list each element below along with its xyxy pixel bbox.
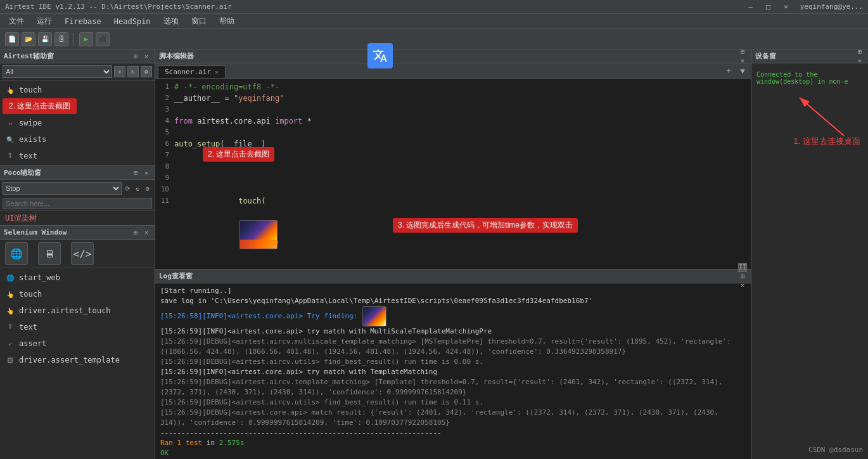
exists-label: exists	[19, 135, 46, 144]
selenium-close-btn[interactable]: ✕	[142, 228, 151, 237]
code-line-5: 5	[155, 127, 751, 138]
menu-firebase[interactable]: Firebase	[58, 16, 108, 27]
tab-close-btn[interactable]: ✕	[215, 68, 219, 75]
airtest-refresh-btn[interactable]: ↻	[127, 66, 139, 77]
code-content: 1 # -*- encoding=utf8 -*- 2 __author__ =…	[155, 79, 751, 209]
sel-text-label: text	[19, 323, 37, 332]
tab-bar: Scanner.air ✕ + ▼	[155, 63, 751, 79]
code-line-4: 4 from airtest.core.api import *	[155, 115, 751, 127]
airtest-add-btn[interactable]: +	[114, 66, 125, 77]
device-float-btn[interactable]: ⊞	[855, 48, 864, 56]
selenium-item-driver-assert[interactable]: 🖼 driver.assert_template	[0, 352, 155, 368]
log-line-1: [Start running..]	[160, 286, 746, 296]
menu-window[interactable]: 窗口	[185, 15, 213, 28]
airtest-panel: Airtest辅助窗 ⊞ ✕ All + ↻ ⚙ 👆	[0, 49, 155, 166]
tab-add-btn[interactable]: +	[723, 65, 734, 77]
selenium-item-text[interactable]: T text	[0, 319, 155, 335]
menu-file[interactable]: 文件	[3, 15, 30, 28]
poco-tree-item[interactable]: UI渲染树	[0, 211, 155, 225]
airtest-selector: All + ↻ ⚙	[0, 63, 155, 81]
driver-touch-icon: 👆	[5, 306, 15, 316]
airtest-item-swipe[interactable]: ↔ swipe	[0, 115, 155, 131]
start-web-icon: 🌐	[5, 273, 15, 283]
airtest-list: 👆 touch 2. 这里点击去截图 ⏱ wait ↔ swipe	[0, 81, 155, 165]
menu-help[interactable]: 帮助	[213, 15, 241, 28]
poco-close-btn[interactable]: ✕	[142, 169, 151, 178]
menu-options[interactable]: 选项	[157, 15, 185, 28]
log-line-6: [15:26:59][DEBUG]<airtest.aircv.utils> f…	[160, 357, 746, 367]
right-panel: 设备窗 ⊞ ✕ Connected to the window(desktop)…	[751, 49, 868, 459]
log-float-btn[interactable]: ⊞	[738, 272, 747, 281]
log-line-10: [15:26:59][DEBUG]<airtest.core.api> matc…	[160, 408, 746, 428]
save-button[interactable]: 💾	[38, 32, 52, 46]
close-btn[interactable]: ✕	[777, 0, 795, 14]
selenium-touch-icon: 👆	[5, 289, 15, 299]
editor-float-btn[interactable]: ⊞	[738, 48, 747, 56]
new-button[interactable]: 📄	[5, 32, 19, 46]
run-button[interactable]: ▶	[79, 32, 93, 46]
tab-label: Scanner.air	[165, 68, 211, 76]
tab-menu-btn[interactable]: ▼	[737, 65, 748, 77]
code-area[interactable]: 1 # -*- encoding=utf8 -*- 2 __author__ =…	[155, 79, 751, 269]
left-panel: Airtest辅助窗 ⊞ ✕ All + ↻ ⚙ 👆	[0, 49, 155, 459]
touch-label: touch	[19, 86, 42, 94]
translate-button[interactable]	[367, 43, 393, 68]
open-button[interactable]: 📂	[22, 32, 35, 46]
selenium-item-assert[interactable]: ✓ assert	[0, 335, 155, 352]
selenium-item-driver-touch[interactable]: 👆 driver.airtest_touch	[0, 302, 155, 319]
selenium-monitor-btn[interactable]: 🖥	[38, 242, 61, 265]
log-title: Log查看窗	[159, 271, 738, 281]
text-label: text	[19, 152, 37, 160]
tab-scanner[interactable]: Scanner.air ✕	[158, 65, 226, 78]
save-all-button[interactable]: 🗄	[54, 32, 68, 46]
touch-icon: 👆	[5, 85, 15, 95]
selenium-icon-bar: 🌐 🖥 </>	[0, 240, 155, 268]
airtest-close-btn[interactable]: ✕	[142, 52, 151, 61]
driver-touch-label: driver.airtest_touch	[19, 306, 111, 315]
poco-stop-select[interactable]: Stop	[3, 182, 122, 195]
editor-title: 脚本编辑器	[159, 51, 738, 61]
log-panel: Log查看窗 II ⊞ ✕ [Start running..] save log…	[155, 269, 751, 459]
start-web-label: start_web	[19, 273, 60, 282]
poco-refresh-btn[interactable]: ↻	[133, 184, 142, 193]
airtest-filter-select[interactable]: All	[3, 65, 112, 78]
log-line-2: save log in 'C:\Users\yeqinfang\AppData\…	[160, 296, 746, 306]
poco-float-btn[interactable]: ⊞	[131, 169, 140, 178]
main-layout: Airtest辅助窗 ⊞ ✕ All + ↻ ⚙ 👆	[0, 49, 868, 459]
device-header: 设备窗 ⊞ ✕	[751, 49, 868, 63]
log-content[interactable]: [Start running..] save log in 'C:\Users\…	[155, 283, 751, 459]
log-header: Log查看窗 II ⊞ ✕	[155, 269, 751, 283]
airtest-settings-btn[interactable]: ⚙	[141, 66, 152, 77]
poco-settings-btn[interactable]: ⚙	[143, 184, 152, 193]
anno1-arrow	[781, 91, 857, 142]
selenium-panel-title: Selenium Window	[4, 228, 131, 236]
selenium-code-btn[interactable]: </>	[71, 242, 94, 265]
menu-run[interactable]: 运行	[30, 15, 58, 28]
airtest-item-exists[interactable]: 🔍 exists	[0, 131, 155, 148]
log-line-8: [15:26:59][DEBUG]<airtest.aircv.template…	[160, 377, 746, 398]
exists-icon: 🔍	[5, 134, 15, 145]
selenium-item-start-web[interactable]: 🌐 start_web	[0, 269, 155, 286]
driver-assert-label: driver.assert_template	[19, 356, 120, 365]
code-line-3: 3	[155, 104, 751, 115]
poco-search-input[interactable]	[3, 198, 152, 209]
code-line-10: 10 touch( ,times=2)	[155, 184, 751, 195]
maximize-btn[interactable]: □	[760, 0, 777, 14]
code-line-2: 2 __author__ = "yeqinfang"	[155, 93, 751, 104]
airtest-item-text[interactable]: T text	[0, 148, 155, 164]
stop-button[interactable]: ⬛	[96, 32, 110, 46]
selenium-item-touch[interactable]: 👆 touch	[0, 286, 155, 302]
poco-connect-btn[interactable]: ⟳	[123, 184, 132, 193]
airtest-item-touch[interactable]: 👆 touch	[0, 82, 155, 98]
swipe-icon: ↔	[5, 118, 15, 128]
selenium-float-btn[interactable]: ⊞	[131, 228, 140, 237]
minimize-btn[interactable]: —	[742, 0, 760, 14]
device-title: 设备窗	[755, 51, 855, 61]
code-line-9: 9	[155, 172, 751, 184]
log-line-9: [15:26:59][DEBUG]<airtest.aircv.utils> f…	[160, 398, 746, 408]
airtest-float-btn[interactable]: ⊞	[131, 52, 140, 61]
menu-headspin[interactable]: HeadSpin	[108, 16, 157, 27]
translate-area	[367, 43, 393, 68]
selenium-globe-btn[interactable]: 🌐	[5, 242, 28, 265]
annotation-click-screenshot: 2. 这里点击去截图	[3, 98, 77, 114]
